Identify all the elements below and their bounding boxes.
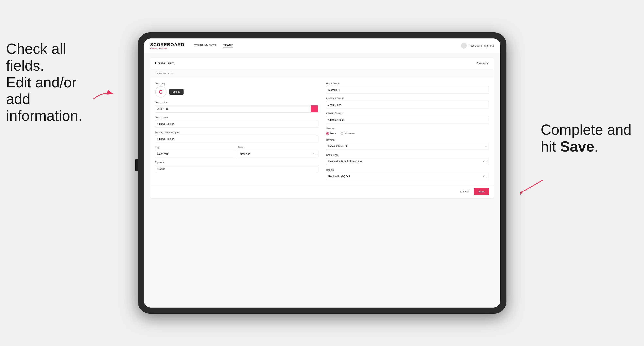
- logo-upload-area: C Upload: [155, 86, 318, 98]
- city-field: City: [155, 146, 236, 158]
- conference-select-icons: ✕ ⌄: [483, 160, 488, 163]
- region-value: Region II - (M) DIII: [328, 175, 350, 178]
- upload-button[interactable]: Upload: [169, 89, 184, 95]
- division-label: Division: [326, 139, 489, 142]
- annotation-left: Check all fields. Edit and/or add inform…: [6, 40, 91, 124]
- form-footer: Cancel Save: [150, 185, 494, 198]
- division-select-wrapper: NCAA Division III: [326, 143, 489, 150]
- avatar: [461, 43, 467, 49]
- state-field: State ✕ ⌄: [238, 146, 318, 158]
- form-body: Team logo C Upload Team colour: [150, 77, 494, 185]
- gender-label: Gender: [326, 127, 489, 130]
- region-select[interactable]: Region II - (M) DIII ✕ ⌄: [326, 173, 489, 180]
- zip-input[interactable]: [155, 165, 318, 173]
- user-label: Test User |: [469, 44, 482, 47]
- tablet-screen: SCOREBOARD Powered by clippd TOURNAMENTS…: [144, 38, 500, 308]
- state-select-wrapper: ✕ ⌄: [238, 150, 318, 158]
- display-name-label: Display name (unique): [155, 131, 318, 134]
- team-name-field: Team name: [155, 116, 318, 128]
- athletic-director-field: Athletic Director: [326, 112, 489, 123]
- conference-field: Conference University Athletic Associati…: [326, 154, 489, 165]
- state-select-icons: ✕ ⌄: [312, 153, 317, 155]
- radio-mens-dot: [327, 133, 328, 134]
- clear-icon[interactable]: ✕: [312, 153, 314, 155]
- zip-code-field: Zip code: [155, 161, 318, 173]
- assistant-coach-input[interactable]: [326, 101, 489, 108]
- team-logo-circle: C: [155, 86, 166, 98]
- region-label: Region: [326, 169, 489, 172]
- close-icon: ✕: [486, 62, 489, 65]
- cancel-header-button[interactable]: Cancel ✕: [476, 62, 489, 65]
- logo-text: SCOREBOARD: [150, 42, 184, 47]
- tablet-side-button: [135, 159, 138, 171]
- annotation-right: Complete and hit Save.: [541, 121, 638, 155]
- section-label: TEAM DETAILS: [150, 69, 494, 77]
- gender-field: Gender Mens Womens: [326, 127, 489, 135]
- nav-teams[interactable]: TEAMS: [223, 43, 233, 48]
- region-field: Region Region II - (M) DIII ✕ ⌄: [326, 169, 489, 180]
- tablet-device: SCOREBOARD Powered by clippd TOURNAMENTS…: [138, 32, 506, 314]
- save-button[interactable]: Save: [474, 188, 489, 195]
- assistant-coach-field: Assistant Coach: [326, 97, 489, 108]
- gender-mens-label: Mens: [330, 132, 337, 135]
- left-column: Team logo C Upload Team colour: [155, 82, 318, 180]
- nav-right: Test User | Sign out: [461, 43, 494, 49]
- create-team-form: Create Team Cancel ✕ TEAM DETAILS Team l…: [150, 58, 494, 198]
- conference-label: Conference: [326, 154, 489, 157]
- state-input[interactable]: [238, 150, 318, 158]
- conference-select[interactable]: University Athletic Association ✕ ⌄: [326, 158, 489, 165]
- head-coach-input[interactable]: [326, 86, 489, 93]
- radio-womens-circle: [340, 132, 343, 135]
- team-colour-label: Team colour: [155, 101, 318, 104]
- city-state-row: City State ✕ ⌄: [155, 146, 318, 158]
- region-chevron-icon: ⌄: [486, 175, 488, 178]
- city-input[interactable]: [155, 150, 236, 158]
- arrow-indicator-left: [91, 87, 116, 101]
- conference-value: University Athletic Association: [328, 160, 363, 163]
- color-swatch[interactable]: [311, 105, 318, 113]
- gender-mens-option[interactable]: Mens: [326, 132, 337, 135]
- nav-tournaments[interactable]: TOURNAMENTS: [194, 44, 216, 48]
- head-coach-label: Head Coach: [326, 82, 489, 85]
- radio-mens-circle: [326, 132, 329, 135]
- gender-radio-group: Mens Womens: [326, 132, 489, 135]
- state-label: State: [238, 146, 318, 149]
- assistant-coach-label: Assistant Coach: [326, 97, 489, 100]
- logo-sub: Powered by clippd: [150, 47, 184, 49]
- nav-links: TOURNAMENTS TEAMS: [194, 43, 461, 48]
- conference-clear-icon[interactable]: ✕: [483, 160, 485, 163]
- team-logo-label: Team logo: [155, 82, 318, 85]
- team-colour-input[interactable]: [155, 105, 311, 113]
- zip-label: Zip code: [155, 161, 318, 164]
- right-column: Head Coach Assistant Coach Athletic Dire…: [326, 82, 489, 180]
- division-select[interactable]: NCAA Division III: [326, 143, 489, 150]
- form-header: Create Team Cancel ✕: [150, 58, 494, 69]
- head-coach-field: Head Coach: [326, 82, 489, 93]
- division-field: Division NCAA Division III: [326, 139, 489, 150]
- navbar: SCOREBOARD Powered by clippd TOURNAMENTS…: [144, 38, 500, 53]
- team-colour-field: Team colour: [155, 101, 318, 113]
- gender-womens-option[interactable]: Womens: [340, 132, 355, 135]
- team-name-input[interactable]: [155, 120, 318, 128]
- athletic-director-label: Athletic Director: [326, 112, 489, 115]
- chevron-down-icon: ⌄: [315, 153, 317, 155]
- color-field-row: [155, 105, 318, 113]
- athletic-director-input[interactable]: [326, 116, 489, 123]
- arrow-indicator-right: [520, 176, 545, 196]
- form-title: Create Team: [155, 61, 174, 65]
- logo-area: SCOREBOARD Powered by clippd: [150, 42, 184, 49]
- display-name-field: Display name (unique): [155, 131, 318, 143]
- conference-chevron-icon: ⌄: [486, 160, 488, 163]
- team-name-label: Team name: [155, 116, 318, 119]
- display-name-input[interactable]: [155, 135, 318, 143]
- region-clear-icon[interactable]: ✕: [483, 175, 485, 178]
- main-content: Create Team Cancel ✕ TEAM DETAILS Team l…: [144, 53, 500, 308]
- city-label: City: [155, 146, 236, 149]
- region-select-icons: ✕ ⌄: [483, 175, 488, 178]
- team-logo-field: Team logo C Upload: [155, 82, 318, 98]
- sign-out-link[interactable]: Sign out: [484, 44, 494, 47]
- cancel-button[interactable]: Cancel: [458, 188, 472, 195]
- gender-womens-label: Womens: [344, 132, 355, 135]
